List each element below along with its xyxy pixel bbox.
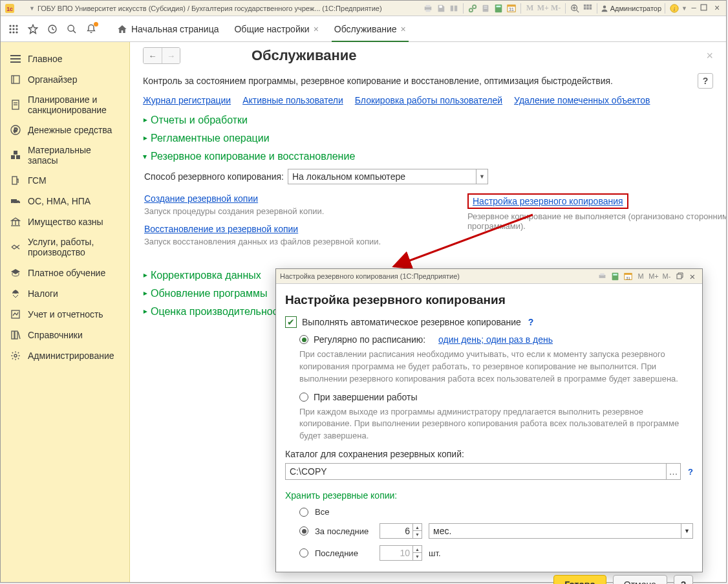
maximize-button[interactable] — [700, 4, 711, 13]
radio-keep-all[interactable] — [299, 508, 308, 517]
user-label[interactable]: Администратор — [601, 5, 661, 12]
quick-links: Журнал регистрации Активные пользователи… — [143, 95, 713, 105]
radio-keep-n[interactable] — [299, 548, 308, 557]
ok-button[interactable]: Готово — [553, 575, 606, 584]
radio-keep-period[interactable] — [299, 526, 308, 535]
forward-button[interactable]: → — [162, 48, 180, 63]
help-button[interactable]: ? — [698, 73, 713, 89]
tab-close-icon[interactable]: × — [401, 24, 406, 34]
m-indicator[interactable]: M — [635, 270, 647, 282]
calc-icon[interactable] — [609, 270, 621, 282]
section-scheduled[interactable]: ▾Регламентные операции — [143, 133, 713, 144]
sidebar-item-organizer[interactable]: Органайзер — [1, 69, 129, 90]
calc-icon[interactable] — [493, 3, 504, 14]
sidebar-item-directories[interactable]: Справочники — [1, 325, 129, 345]
spin-up[interactable]: ▲ — [413, 524, 422, 531]
zoom-in-icon[interactable] — [569, 3, 581, 14]
favorites-icon[interactable] — [27, 23, 39, 36]
backup-method-value: На локальном компьютере — [292, 171, 405, 182]
page-close-button[interactable]: × — [706, 49, 713, 63]
keep-period-spinner[interactable]: 6 ▲▼ — [380, 523, 422, 539]
tab-maintenance[interactable]: Обслуживание × — [327, 16, 414, 42]
section-reports[interactable]: ▾Отчеты и обработки — [143, 114, 713, 126]
svg-rect-5 — [439, 5, 442, 8]
sidebar-item-money[interactable]: ₽Денежные средства — [1, 120, 129, 140]
backup-method-combo[interactable]: На локальном компьютере ▼ — [288, 169, 488, 184]
link-active-users[interactable]: Активные пользователи — [242, 95, 343, 105]
print-icon[interactable] — [596, 270, 608, 282]
svg-rect-69 — [15, 331, 17, 339]
sidebar-item-admin[interactable]: Администрирование — [1, 345, 129, 366]
auto-backup-checkbox[interactable]: ✔ — [285, 316, 297, 328]
restore-window-button[interactable] — [674, 270, 685, 282]
folder-label: Каталог для сохранения резервных копий: — [285, 449, 693, 459]
sidebar: Главное Органайзер Планирование и санкци… — [1, 42, 130, 582]
notifications-icon[interactable] — [85, 23, 98, 36]
help-icon[interactable]: ? — [528, 317, 534, 327]
tab-general-settings[interactable]: Общие настройки × — [226, 16, 326, 42]
section-backup[interactable]: ▾Резервное копирование и восстановление — [143, 151, 713, 162]
sidebar-item-inventory[interactable]: Материальные запасы — [1, 140, 129, 170]
minimize-button[interactable]: – — [689, 4, 699, 13]
mminus-indicator[interactable]: M- — [661, 270, 672, 282]
calendar-icon[interactable]: 31 — [622, 270, 634, 282]
svg-point-9 — [473, 5, 476, 8]
grid-icon[interactable] — [582, 3, 594, 14]
sidebar-item-education[interactable]: Платное обучение — [1, 263, 129, 283]
dropdown-icon[interactable] — [17, 3, 27, 14]
link-icon[interactable] — [467, 3, 478, 14]
sidebar-item-accounting[interactable]: Учет и отчетность — [1, 304, 129, 325]
mminus-indicator[interactable]: M- — [550, 3, 562, 14]
sidebar-item-treasury[interactable]: Имущество казны — [1, 211, 129, 232]
search-icon[interactable] — [65, 23, 78, 36]
schedule-link[interactable]: один день; один раз в день — [438, 334, 553, 345]
help-icon[interactable]: ? — [688, 467, 693, 477]
chevron-down-icon[interactable]: ▼ — [681, 524, 692, 538]
dialog-close-button[interactable]: × — [687, 270, 698, 282]
link-restore-backup[interactable]: Восстановление из резервной копии — [144, 224, 298, 234]
link-backup-settings[interactable]: Настройка резервного копирования — [473, 196, 623, 206]
radio-schedule[interactable] — [299, 335, 308, 344]
spin-down[interactable]: ▼ — [413, 531, 422, 538]
print-icon[interactable] — [422, 3, 434, 14]
apps-icon[interactable] — [7, 23, 20, 36]
spin-up[interactable]: ▲ — [413, 546, 422, 553]
sidebar-item-main[interactable]: Главное — [1, 49, 129, 69]
sidebar-item-fuel[interactable]: ГСМ — [1, 170, 129, 191]
link-block-users[interactable]: Блокировка работы пользователей — [355, 95, 502, 105]
save-icon[interactable] — [435, 3, 447, 14]
calendar-icon[interactable]: 31 — [506, 3, 517, 14]
keep-period-unit-combo[interactable]: мес. ▼ — [429, 523, 693, 539]
help-button[interactable]: ? — [674, 575, 693, 584]
clipboard-icon[interactable] — [480, 3, 491, 14]
keep-n-spinner[interactable]: 10 ▲▼ — [380, 545, 422, 561]
history-icon[interactable] — [46, 23, 59, 36]
tab-home[interactable]: Начальная страница — [109, 16, 226, 42]
radio-on-exit[interactable] — [299, 393, 308, 402]
link-delete-marked[interactable]: Удаление помеченных объектов — [514, 95, 650, 105]
sidebar-item-taxes[interactable]: Налоги — [1, 283, 129, 304]
info-icon[interactable]: i — [669, 3, 680, 14]
sidebar-item-assets[interactable]: ОС, НМА, НПА — [1, 191, 129, 211]
spin-down[interactable]: ▼ — [413, 553, 422, 560]
schedule-note: При составлении расписания необходимо уч… — [299, 349, 693, 385]
folder-input[interactable]: C:\COPY … — [285, 463, 681, 480]
sidebar-item-planning[interactable]: Планирование и санкционирование — [1, 90, 129, 120]
tab-close-icon[interactable]: × — [314, 24, 319, 34]
sidebar-item-services[interactable]: Услуги, работы, производство — [1, 232, 129, 262]
app-window: 1c ▼ ГОБУ ВПО Университет искусств (Субс… — [0, 0, 727, 583]
m-indicator[interactable]: M — [524, 3, 536, 14]
mplus-indicator[interactable]: M+ — [648, 270, 659, 282]
link-create-backup[interactable]: Создание резервной копии — [144, 193, 258, 204]
compare-icon[interactable] — [448, 3, 460, 14]
mplus-indicator[interactable]: M+ — [537, 3, 549, 14]
chevron-down-icon[interactable]: ▼ — [476, 169, 487, 184]
svg-rect-24 — [589, 4, 592, 6]
close-button[interactable]: × — [712, 4, 722, 13]
link-event-log[interactable]: Журнал регистрации — [143, 95, 231, 105]
svg-rect-49 — [12, 76, 19, 83]
browse-button[interactable]: … — [666, 464, 680, 479]
back-button[interactable]: ← — [144, 48, 162, 63]
cancel-button[interactable]: Отмена — [613, 575, 667, 584]
folder-value: C:\COPY — [290, 466, 327, 477]
